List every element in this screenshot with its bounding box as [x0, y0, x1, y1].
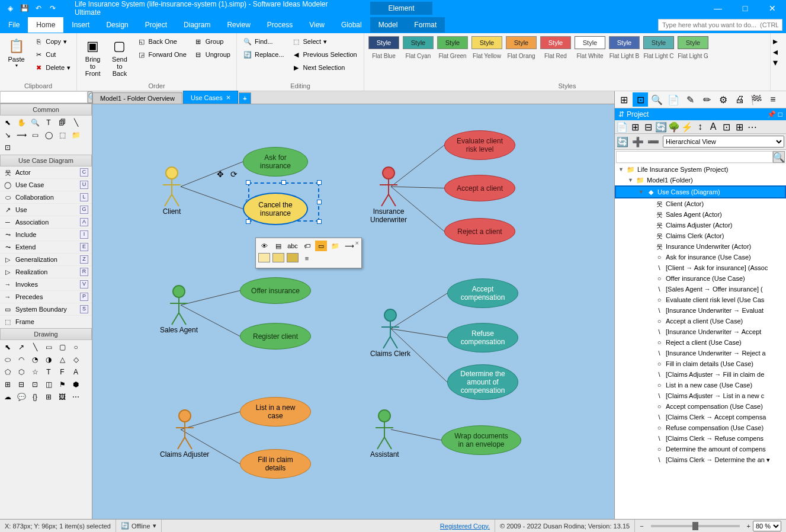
menu-diagram[interactable]: Diagram [175, 17, 219, 33]
project-search-input[interactable] [616, 151, 773, 163]
text-tool[interactable]: T [42, 117, 55, 129]
draw-arrow[interactable]: ↗ [15, 341, 28, 353]
tree-node-2[interactable]: ▼◆Use Cases (Diagram) [615, 185, 786, 198]
cut-button[interactable]: ✂Cut [31, 49, 73, 60]
tree-node-14[interactable]: ○Accept a client (Use Case) [615, 316, 786, 326]
draw-rect[interactable]: ▭ [42, 341, 55, 353]
expander-icon[interactable]: ▼ [628, 177, 634, 183]
undo-icon[interactable]: ↶ [33, 3, 44, 14]
tab-folder-overview[interactable]: Model1 - Folder Overview [92, 92, 182, 104]
find-button[interactable]: 🔍Find... [240, 36, 287, 47]
menu-format[interactable]: Format [406, 17, 445, 33]
tree-node-5[interactable]: 웃Claims Adjuster (Actor) [615, 220, 786, 230]
usecase-accept-a-client[interactable]: Accept a client [444, 175, 515, 201]
style-button-2[interactable]: Style [437, 36, 468, 49]
style-button-3[interactable]: Style [471, 36, 502, 49]
tool-system-boundary[interactable]: ▭System BoundaryS [0, 303, 92, 316]
tree-node-18[interactable]: ○Fill in claim details (Use Case) [615, 358, 786, 369]
rib-icon-8[interactable]: 🖨 [732, 92, 747, 107]
view-mode-select[interactable]: Hierarchical View [663, 136, 784, 148]
ft-arrow-icon[interactable]: ⟶ [344, 241, 355, 251]
tool-use[interactable]: ↗UseG [0, 204, 92, 216]
tree-node-9[interactable]: \[Client → Ask for insurance] (Assoc [615, 262, 786, 273]
ft-eye-icon[interactable]: 👁 [258, 241, 270, 251]
draw-line[interactable]: ╲ [28, 341, 41, 353]
draw-chord[interactable]: ◑ [42, 354, 55, 366]
back-one-button[interactable]: ◱Back One [134, 36, 189, 47]
tree-node-24[interactable]: ○Refuse compensation (Use Case) [615, 422, 786, 433]
tree-node-11[interactable]: \[Sales Agent → Offer insurance] ( [615, 284, 786, 294]
actor-insurance-underwriter[interactable]: Insurance Underwriter [370, 166, 407, 224]
tool-include[interactable]: ⤳IncludeI [0, 229, 92, 241]
menu-insert[interactable]: Insert [63, 17, 98, 33]
pt-filter-icon[interactable]: ⚡ [681, 121, 693, 132]
draw-star[interactable]: ☆ [28, 366, 41, 378]
ellipse-tool[interactable]: ◯ [42, 129, 55, 141]
tree-node-19[interactable]: \[Claims Adjuster → Fill in claim de [615, 369, 786, 380]
pt-new-icon[interactable]: 📄 [616, 121, 628, 132]
connector-tool[interactable]: ⟿ [15, 129, 28, 141]
rib-icon-10[interactable]: ≡ [765, 92, 781, 107]
zoom-in-button[interactable]: + [747, 523, 750, 530]
pt-b-icon[interactable]: ⊡ [720, 121, 732, 132]
draw-box4[interactable]: ◫ [42, 379, 55, 390]
tree-node-1[interactable]: ▼📁Model1 (Folder) [615, 175, 786, 185]
style-prev-icon[interactable]: ◂ [773, 46, 784, 55]
draw-img[interactable]: 🖼 [56, 391, 69, 403]
tree-node-0[interactable]: ▼📁Life Insurance System (Project) [615, 164, 786, 175]
pointer-tool[interactable]: ⬉ [1, 117, 14, 129]
usecase-evaluate-client-risk-level[interactable]: Evaluate client risk level [444, 130, 515, 160]
tree-node-16[interactable]: ○Reject a client (Use Case) [615, 337, 786, 348]
draw-table[interactable]: ⊞ [42, 391, 55, 403]
tree-node-13[interactable]: \[Insurance Underwriter → Evaluat [615, 305, 786, 316]
usecase-register-client[interactable]: Register client [240, 323, 311, 350]
sel-handle-e[interactable] [317, 200, 322, 204]
app-icon[interactable]: ◈ [5, 3, 15, 14]
tree-node-6[interactable]: 웃Claims Clerk (Actor) [615, 230, 786, 241]
pt-c-icon[interactable]: ⊞ [733, 121, 745, 132]
panel-close-icon[interactable]: □ [778, 110, 782, 118]
pt-sort-icon[interactable]: ↕ [694, 121, 706, 132]
close-button[interactable]: ✕ [759, 0, 786, 17]
draw-box2[interactable]: ⊟ [15, 379, 28, 390]
paste-button[interactable]: 📋 Paste ▾ [4, 36, 29, 69]
rotate-handle-icon[interactable]: ⟳ [230, 169, 238, 179]
draw-flag[interactable]: ⚑ [56, 379, 69, 390]
pt-refresh-icon[interactable]: 🔄 [655, 121, 667, 132]
folder-tool[interactable]: 📁 [69, 129, 82, 141]
tool-actor[interactable]: 웃ActorC [0, 166, 92, 179]
menu-design[interactable]: Design [98, 17, 136, 33]
project-panel-header[interactable]: ⇵ Project 📌 □ [615, 108, 786, 120]
diagram-canvas[interactable]: ✥ ⟳ × 👁 ▤ abc 🏷 ▭ 📁 ⟶ ≡ [92, 104, 614, 519]
rib-icon-1[interactable]: ⊞ [616, 92, 631, 107]
draw-cloud[interactable]: ☁ [1, 391, 14, 403]
ft-folder-icon[interactable]: 📁 [329, 241, 341, 251]
context-tab-element[interactable]: Element [370, 2, 432, 15]
tool-generalization[interactable]: ▷GeneralizationZ [0, 254, 92, 266]
tool-invokes[interactable]: →InvokesV [0, 278, 92, 291]
tree-node-26[interactable]: ○Determine the amount of compens [615, 444, 786, 454]
zoom-tool[interactable]: 🔍 [28, 117, 41, 129]
rib-icon-5[interactable]: ✎ [682, 92, 698, 107]
draw-rhombus[interactable]: ◇ [69, 354, 82, 366]
quick-search-input[interactable] [658, 19, 782, 31]
style-button-8[interactable]: Style [643, 36, 674, 49]
ft-lines-icon[interactable]: ≡ [301, 253, 313, 264]
status-offline[interactable]: 🔄Offline ▾ [116, 520, 162, 532]
pt-remove-icon[interactable]: ➖ [647, 136, 659, 148]
tool-use-case[interactable]: ◯Use CaseU [0, 179, 92, 191]
tree-node-8[interactable]: ○Ask for insurance (Use Case) [615, 252, 786, 262]
ft-script-icon[interactable]: abc [287, 241, 299, 251]
zoom-thumb[interactable] [692, 522, 698, 530]
tool-extend[interactable]: ⤳ExtendE [0, 241, 92, 254]
style-more-icon[interactable]: ▸ [773, 36, 784, 44]
add-tab-button[interactable]: + [239, 92, 251, 104]
usecase-wrap-documents-in-an-envelope[interactable]: Wrap documents in an envelope [441, 425, 521, 455]
menu-view[interactable]: View [301, 17, 333, 33]
sel-handle-nw[interactable] [246, 180, 251, 185]
tree-node-7[interactable]: 웃Insurance Underwriter (Actor) [615, 241, 786, 252]
pt-tree-icon[interactable]: 🌳 [668, 121, 680, 132]
redo-icon[interactable]: ↷ [47, 3, 58, 14]
replace-button[interactable]: 🔄Replace... [240, 49, 287, 60]
tree-node-4[interactable]: 웃Sales Agent (Actor) [615, 209, 786, 220]
